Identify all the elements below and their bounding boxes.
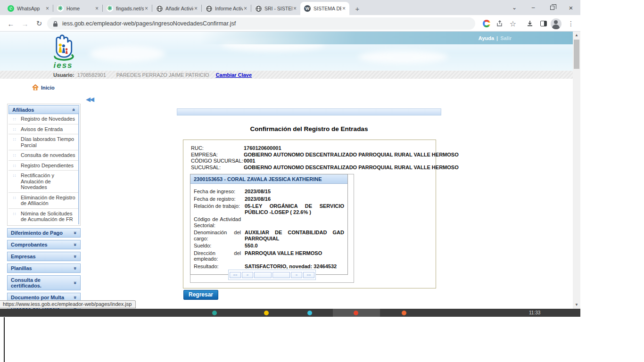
- lock-icon: [53, 21, 58, 27]
- employee-row-fecha-ingreso: Fecha de ingreso:2023/08/15: [194, 189, 344, 195]
- pagination-page-button[interactable]: [254, 272, 272, 278]
- close-icon[interactable]: ×: [144, 5, 149, 12]
- tab-search-icon[interactable]: ⌄: [505, 0, 524, 15]
- salir-link[interactable]: Salir: [500, 35, 512, 41]
- tab-anadir-actividad[interactable]: Añadir Actividad ×: [152, 2, 201, 15]
- globe-icon: [156, 5, 163, 12]
- globe-icon: [206, 5, 212, 12]
- taskbar-app-icon[interactable]: [264, 311, 269, 315]
- page-scrollbar[interactable]: ▲ ▼: [573, 32, 580, 309]
- remote-desktop: ✆ WhatsApp × ❋ Home × ❋ fingads.net/sl2/…: [0, 0, 580, 317]
- taskbar-app-icon[interactable]: [307, 311, 312, 315]
- bullet-icon: ∷: [13, 195, 16, 201]
- sidebar-section-comprobantes[interactable]: Comprobantes»: [7, 240, 81, 249]
- reload-icon[interactable]: ↻: [33, 17, 45, 30]
- wordpress-icon: W: [304, 5, 311, 12]
- tab-label: SISTEMA DE EMP: [314, 6, 341, 11]
- tab-label: fingads.net/sl2/a: [116, 6, 144, 11]
- bullet-icon: ∷: [13, 137, 16, 143]
- user-bar: Usuario: 1708582901 PAREDES PERRAZO JAIM…: [0, 71, 573, 79]
- tab-label: Informe Actividad: [215, 6, 243, 11]
- new-tab-button[interactable]: +: [351, 2, 363, 15]
- company-row-sucursal: SUCURSAL:GOBIERNO AUTONOMO DESCENTRALIZA…: [191, 165, 432, 171]
- background-window-edge: [4, 317, 5, 362]
- inicio-link[interactable]: Inicio: [32, 84, 55, 90]
- scroll-up-icon[interactable]: ▲: [573, 32, 580, 39]
- home-icon: [32, 84, 39, 90]
- sidebar-item-consulta-de-novedades[interactable]: ∷Consulta de novedades: [8, 150, 78, 161]
- tab-home[interactable]: ❋ Home ×: [53, 2, 102, 15]
- globe-icon: [255, 5, 262, 12]
- side-panel-icon[interactable]: [537, 17, 550, 30]
- close-icon[interactable]: ×: [292, 5, 297, 12]
- share-icon[interactable]: [494, 17, 506, 30]
- browser-window: ✆ WhatsApp × ❋ Home × ❋ fingads.net/sl2/…: [0, 0, 580, 309]
- ayuda-link[interactable]: Ayuda: [479, 35, 494, 41]
- confirmation-panel: Confirmación del Registro de Entradas RU…: [177, 108, 441, 306]
- tab-sri[interactable]: SRI - SISTEMA DE ×: [251, 2, 300, 15]
- address-bar[interactable]: iess.gob.ec/empleador-web/pages/ingresoN…: [47, 17, 475, 30]
- close-icon[interactable]: ×: [45, 5, 50, 12]
- close-icon[interactable]: ×: [243, 5, 248, 12]
- restore-button[interactable]: [543, 0, 561, 15]
- download-icon[interactable]: [524, 17, 536, 30]
- sidebar-item-registro-dependientes[interactable]: ∷Registro Dependientes: [8, 161, 78, 171]
- pagination-next-button[interactable]: »: [291, 272, 302, 278]
- minimize-button[interactable]: –: [524, 0, 543, 15]
- tab-label: WhatsApp: [17, 6, 45, 11]
- scrollbar-thumb[interactable]: [574, 40, 579, 69]
- tab-whatsapp[interactable]: ✆ WhatsApp ×: [4, 2, 53, 15]
- windows-taskbar[interactable]: 11:33: [0, 309, 580, 317]
- chevron-down-icon: »: [73, 243, 78, 246]
- sidebar-item-avisos-de-entrada[interactable]: ∷Avisos de Entrada: [8, 124, 78, 135]
- tab-label: SRI - SISTEMA DE: [264, 6, 292, 11]
- google-icon[interactable]: [480, 17, 493, 30]
- tab-informe-actividad[interactable]: Informe Actividad ×: [202, 2, 251, 15]
- taskbar-app-icon[interactable]: [212, 311, 217, 315]
- company-row-codigo-sucursal: CÓDIGO SUCURSAL:0001: [191, 158, 432, 165]
- bullet-icon: ∷: [13, 173, 16, 179]
- cambiar-clave-link[interactable]: Cambiar Clave: [216, 72, 252, 78]
- taskbar-app-icon[interactable]: [402, 311, 406, 315]
- forward-icon[interactable]: →: [19, 17, 31, 30]
- site-icon: ❋: [57, 5, 64, 12]
- sidebar-item-dias-laborados[interactable]: ∷Días laborados Tiempo Parcial: [8, 134, 78, 150]
- employee-row-resultado: Resultado:SATISFACTORIO, novedad: 324645…: [194, 263, 344, 270]
- sidebar-collapse-icon[interactable]: ◀◀: [86, 96, 93, 103]
- site-header-banner: Ayuda | Salir iess: [0, 32, 573, 71]
- back-icon[interactable]: ←: [5, 17, 17, 30]
- sidebar-section-consulta-certificados[interactable]: Consulta de certificados.»: [7, 275, 81, 290]
- close-icon[interactable]: ×: [341, 5, 347, 12]
- tab-sistema-de-emp-active[interactable]: W SISTEMA DE EMP ×: [300, 2, 349, 15]
- sidebar-item-rectificacion-anulacion[interactable]: ∷Rectificación y Anulación de Novedades: [8, 171, 78, 193]
- pagination-page-button[interactable]: [272, 272, 290, 278]
- chevron-up-icon: «: [71, 108, 77, 111]
- sidebar-section-diferimiento[interactable]: Diferimiento de Pago»: [7, 228, 81, 238]
- close-window-button[interactable]: ×: [561, 0, 580, 15]
- profile-avatar[interactable]: [550, 17, 562, 30]
- scroll-down-icon[interactable]: ▼: [573, 301, 580, 309]
- taskbar-app-icon[interactable]: [354, 311, 358, 315]
- employee-panel: 2300153653 - CORAL ZAVALA JESSICA KATHER…: [190, 174, 348, 275]
- sidebar-item-eliminacion-registro[interactable]: ∷Eliminación de Registro de Afiliación: [8, 193, 78, 209]
- browser-menu-icon[interactable]: ⋮: [565, 17, 577, 30]
- pagination-first-button[interactable]: ««: [230, 272, 241, 278]
- sidebar-item-registro-de-novedades[interactable]: ∷Registro de Novedades: [8, 114, 78, 124]
- close-icon[interactable]: ×: [94, 5, 99, 12]
- regresar-button[interactable]: Regresar: [183, 290, 218, 300]
- bullet-icon: ∷: [13, 127, 16, 133]
- tab-fingads[interactable]: ❋ fingads.net/sl2/a ×: [103, 2, 152, 15]
- sidebar-section-afiliados[interactable]: Afiliados «: [8, 105, 79, 114]
- sidebar-section-empresas[interactable]: Empresas»: [7, 252, 81, 261]
- bookmark-star-icon[interactable]: ☆: [507, 17, 519, 30]
- sidebar-item-nomina-solicitudes[interactable]: ∷Nómina de Solicitudes de Acumulación de…: [8, 209, 78, 224]
- pagination-prev-button[interactable]: «: [242, 272, 253, 278]
- bullet-icon: ∷: [13, 163, 16, 169]
- close-icon[interactable]: ×: [193, 5, 198, 12]
- page-title: Confirmación del Registro de Entradas: [177, 125, 441, 132]
- tab-label: Añadir Actividad: [165, 6, 193, 11]
- page-viewport: Ayuda | Salir iess Usuario: 1708582901 P: [0, 32, 580, 309]
- chevron-down-icon: »: [73, 266, 78, 269]
- pagination-last-button[interactable]: »»: [303, 272, 314, 278]
- sidebar-section-planillas[interactable]: Planillas»: [7, 263, 81, 273]
